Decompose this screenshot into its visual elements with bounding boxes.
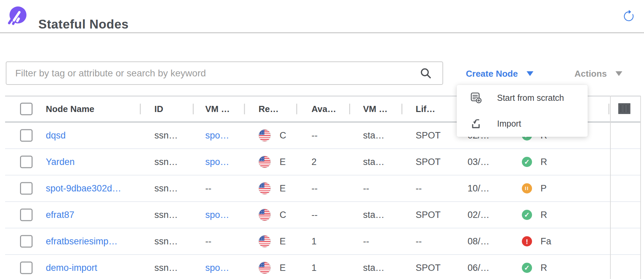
- column-divider: [610, 96, 611, 279]
- column-header-ava: Ava…: [311, 104, 336, 114]
- vm-name-cell: sta…: [363, 157, 384, 167]
- node-name-link[interactable]: efrat87: [46, 210, 74, 220]
- column-header-node-name: Node Name: [46, 104, 94, 114]
- lifecycle-cell: SPOT: [416, 130, 441, 141]
- created-date-cell: 10/…: [468, 183, 490, 194]
- region-cell: C: [280, 210, 286, 220]
- create-node-button[interactable]: Create Node: [466, 67, 533, 81]
- availability-cell: 1: [311, 263, 317, 273]
- us-flag-icon: [259, 262, 271, 274]
- chevron-down-icon: [527, 71, 533, 76]
- create-node-label: Create Node: [466, 69, 518, 79]
- lifecycle-cell: SPOT: [416, 210, 441, 220]
- actions-button[interactable]: Actions: [574, 67, 622, 81]
- create-node-menu: Start from scratch Import: [457, 85, 588, 137]
- column-resize-handle[interactable]: [296, 104, 297, 114]
- column-resize-handle[interactable]: [349, 104, 350, 114]
- node-name-link[interactable]: dqsd: [46, 130, 66, 141]
- column-header-region: Re…: [259, 104, 279, 114]
- availability-cell: --: [311, 130, 318, 141]
- node-id-cell: ssn…: [154, 210, 178, 220]
- availability-cell: 2: [311, 157, 317, 167]
- region-cell: E: [280, 157, 286, 167]
- column-resize-handle[interactable]: [608, 104, 609, 114]
- node-id-cell: ssn…: [154, 236, 178, 247]
- node-id-cell: ssn…: [154, 183, 178, 194]
- column-resize-handle[interactable]: [401, 104, 402, 114]
- created-date-cell: 02/…: [468, 210, 490, 220]
- availability-cell: --: [311, 210, 318, 220]
- vm-spec-cell[interactable]: spo…: [205, 263, 229, 273]
- select-all-checkbox[interactable]: [20, 103, 33, 115]
- page-title: Stateful Nodes: [38, 8, 129, 41]
- lifecycle-cell: SPOT: [416, 157, 441, 167]
- menu-item-start-from-scratch[interactable]: Start from scratch: [457, 85, 588, 111]
- row-checkbox[interactable]: [20, 262, 33, 274]
- column-resize-handle[interactable]: [140, 104, 141, 114]
- column-header-lif: Lif…: [416, 104, 435, 114]
- node-name-link[interactable]: Yarden: [46, 157, 75, 167]
- row-checkbox[interactable]: [20, 209, 33, 221]
- vm-spec-cell[interactable]: --: [205, 183, 211, 194]
- status-icon: [522, 236, 532, 246]
- created-date-cell: 06/…: [468, 263, 490, 273]
- menu-item-import[interactable]: Import: [457, 111, 588, 136]
- row-checkbox[interactable]: [20, 129, 33, 142]
- search-icon[interactable]: [419, 67, 432, 80]
- stateful-nodes-page: Stateful Nodes Create Node Actions: [0, 0, 644, 279]
- vm-name-cell: --: [363, 183, 369, 194]
- availability-cell: 1: [311, 236, 317, 247]
- vm-spec-cell[interactable]: spo…: [205, 210, 229, 220]
- table-row: efrat87 ssn… spo… C -- sta… SPOT 02/… R: [5, 202, 640, 228]
- region-cell: E: [280, 236, 286, 247]
- columns-icon[interactable]: [618, 103, 631, 115]
- column-resize-handle[interactable]: [244, 104, 245, 114]
- table-row: Yarden ssn… spo… E 2 sta… SPOT 03/… R: [5, 149, 640, 175]
- status-label: P: [541, 183, 547, 194]
- status-icon: [522, 183, 532, 193]
- column-header-vm2: VM …: [363, 104, 387, 114]
- refresh-icon[interactable]: [622, 10, 635, 23]
- vm-spec-cell[interactable]: --: [205, 236, 211, 247]
- vm-name-cell: sta…: [363, 130, 384, 141]
- status-label: R: [541, 157, 547, 167]
- node-name-link[interactable]: demo-import: [46, 263, 97, 273]
- created-date-cell: 08/…: [468, 236, 490, 247]
- chevron-down-icon: [615, 71, 622, 76]
- created-date-cell: 03/…: [468, 157, 490, 167]
- menu-item-label: Start from scratch: [497, 93, 564, 103]
- status-icon: [522, 263, 532, 273]
- vm-name-cell: sta…: [363, 263, 384, 273]
- lifecycle-cell: --: [416, 183, 422, 194]
- node-id-cell: ssn…: [154, 157, 178, 167]
- vm-spec-cell[interactable]: spo…: [205, 157, 229, 167]
- node-name-link[interactable]: efratbseriesimp…: [46, 236, 118, 247]
- filter-input[interactable]: [6, 61, 443, 85]
- region-cell: C: [280, 130, 286, 141]
- status-label: R: [541, 210, 547, 220]
- spot-logo-icon: [7, 6, 27, 25]
- table-row: spot-9dbae302d… ssn… -- E -- -- -- 10/… …: [5, 175, 640, 202]
- row-checkbox[interactable]: [20, 182, 33, 195]
- top-bar: Stateful Nodes: [0, 0, 644, 33]
- region-cell: E: [280, 263, 286, 273]
- us-flag-icon: [259, 235, 271, 247]
- table-body: dqsd ssn… spo… C -- sta… SPOT 02/… R Yar…: [5, 123, 640, 279]
- us-flag-icon: [259, 156, 271, 168]
- node-id-cell: ssn…: [154, 263, 178, 273]
- import-icon: [470, 117, 482, 130]
- region-cell: E: [280, 183, 286, 194]
- us-flag-icon: [259, 182, 271, 194]
- table-row: efratbseriesimp… ssn… -- E 1 -- -- 08/… …: [5, 228, 640, 255]
- status-icon: [522, 157, 532, 167]
- vm-name-cell: --: [363, 236, 369, 247]
- row-checkbox[interactable]: [20, 156, 33, 168]
- column-resize-handle[interactable]: [193, 104, 194, 114]
- status-label: R: [541, 263, 547, 273]
- column-header-vm: VM …: [205, 104, 230, 114]
- note-add-icon: [470, 92, 482, 104]
- status-icon: [522, 210, 532, 220]
- row-checkbox[interactable]: [20, 235, 33, 248]
- node-name-link[interactable]: spot-9dbae302d…: [46, 183, 121, 194]
- vm-spec-cell[interactable]: spo…: [205, 130, 229, 141]
